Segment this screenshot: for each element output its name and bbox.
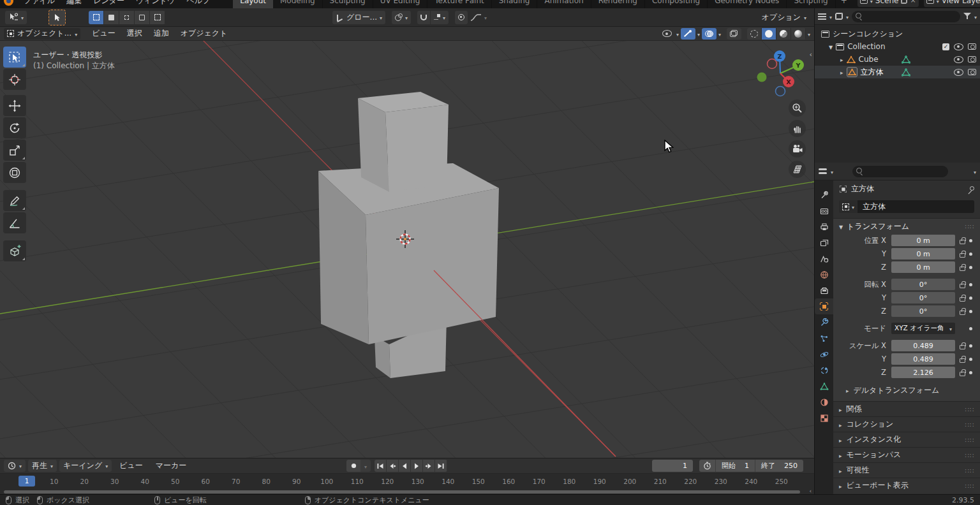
lock-icon[interactable] [960,358,965,363]
menu-view[interactable]: ビュー [87,28,121,39]
timeline-scrollbar[interactable]: ‹ [0,490,814,494]
tab-rendering[interactable]: Rendering [591,0,645,8]
animate-dot-icon[interactable] [969,371,972,374]
tab-particles[interactable] [815,330,833,346]
shading-rendered-button[interactable] [791,28,806,40]
menu-object[interactable]: オブジェクト [175,28,233,39]
menu-file[interactable]: ファイル [19,0,60,6]
tab-physics[interactable] [815,346,833,362]
hide-eye-icon[interactable] [954,69,963,76]
chevron-down-icon[interactable] [718,29,721,38]
drag-handle-icon[interactable] [965,435,974,444]
end-frame-field[interactable]: 終了 250 [755,460,803,472]
tab-scene[interactable] [815,251,833,267]
chevron-left-icon[interactable]: ‹ [809,488,812,494]
scrollbar-thumb[interactable] [4,490,800,494]
falloff-curve-icon[interactable] [470,13,482,22]
tab-tool[interactable] [815,187,833,203]
prev-keyframe-button[interactable] [387,460,399,472]
active-tool-dropdown[interactable] [5,11,27,24]
navigation-gizmo[interactable]: Z Y X [755,48,806,99]
proportional-edit-toggle[interactable] [455,11,468,24]
axis-minus-x-ball[interactable] [768,59,777,69]
options-dropdown[interactable]: オプション [762,12,809,23]
shading-material-button[interactable] [776,28,791,40]
location-x-field[interactable]: 0 m [891,235,955,246]
tab-render[interactable] [815,203,833,219]
row-object-cube2-selected[interactable]: 立方体 [815,66,980,78]
axis-minus-z-ball[interactable] [776,87,785,96]
top-cube-right-face[interactable] [385,105,449,192]
filter-icon[interactable] [963,13,971,20]
tool-move[interactable] [3,95,26,116]
select-mode-intersect[interactable] [150,11,165,24]
tool-select-box[interactable] [3,47,26,68]
menu-render[interactable]: レンダー [88,0,130,6]
hide-eye-icon[interactable] [954,43,963,50]
properties-search-input[interactable] [852,166,948,177]
display-mode-icon[interactable] [818,13,826,20]
viewport-3d[interactable]: ユーザー・透視投影 (1) Collection | 立方体 [0,41,814,458]
tool-add-cube[interactable] [3,240,26,261]
disable-render-icon[interactable] [968,43,976,50]
chevron-down-icon[interactable] [829,12,832,21]
playhead[interactable]: 1 [19,476,35,487]
animate-dot-icon[interactable] [969,358,972,361]
menu-window[interactable]: ウィンドウ [131,0,180,6]
tab-compositing[interactable]: Compositing [645,0,708,8]
xray-toggle[interactable] [727,28,741,40]
shading-solid-button[interactable] [762,28,776,40]
pan-button[interactable] [789,120,806,137]
show-gizmo-toggle[interactable] [681,28,695,40]
panel-visibility[interactable]: 可視性 [833,462,980,478]
panel-relations[interactable]: 関係 [833,401,980,416]
select-mode-subtract[interactable] [119,11,135,24]
record-button[interactable] [346,460,360,472]
lock-icon[interactable] [960,284,965,288]
tab-object-active[interactable] [815,298,833,314]
pivot-point-dropdown[interactable] [392,11,411,24]
chevron-down-icon[interactable] [846,12,849,21]
tab-object-data[interactable] [815,378,833,394]
tab-texture-paint[interactable]: Texture Paint [427,0,491,8]
big-cube-front-face[interactable] [366,188,499,344]
drag-handle-icon[interactable] [965,405,974,414]
jump-to-end-button[interactable] [435,460,447,472]
drag-handle-icon[interactable] [965,222,974,231]
scale-x-field[interactable]: 0.489 [891,340,955,351]
drag-handle-icon[interactable] [965,481,974,490]
scene-canvas[interactable] [0,41,814,458]
chevron-down-icon[interactable] [974,12,977,21]
animate-dot-icon[interactable] [969,283,972,286]
show-overlays-toggle[interactable] [702,28,716,40]
lock-icon[interactable] [960,372,965,376]
collection-checkbox[interactable] [942,43,949,50]
delta-transform-panel[interactable]: デルタトランスフォーム [833,383,980,397]
tool-measure[interactable] [3,212,26,233]
lock-icon[interactable] [960,253,965,258]
row-collection[interactable]: Collection [815,40,980,53]
tool-transform[interactable] [3,162,26,183]
tab-output[interactable] [815,219,833,235]
jump-to-start-button[interactable] [375,460,387,472]
keying-menu[interactable]: キーイング [59,460,112,472]
add-workspace-button[interactable]: + [836,0,852,8]
tab-constraints[interactable] [815,362,833,378]
disclosure-open-icon[interactable] [829,42,833,51]
lock-icon[interactable] [960,345,965,349]
tab-shading[interactable]: Shading [492,0,538,8]
lock-icon[interactable] [960,297,965,302]
play-button[interactable] [411,460,423,472]
rotation-x-field[interactable]: 0° [891,279,955,290]
chevron-down-icon[interactable] [831,167,833,176]
shading-wireframe-button[interactable] [747,28,762,40]
tab-modeling[interactable]: Modeling [273,0,323,8]
camera-view-button[interactable] [789,140,806,157]
rotation-z-field[interactable]: 0° [891,305,955,317]
tool-scale[interactable] [3,140,26,161]
tab-material[interactable] [815,394,833,410]
animate-dot-icon[interactable] [969,296,972,300]
tab-sculpting[interactable]: Sculpting [323,0,373,8]
select-mode-extend[interactable] [104,11,119,24]
current-frame-field[interactable]: 1 [652,460,693,472]
